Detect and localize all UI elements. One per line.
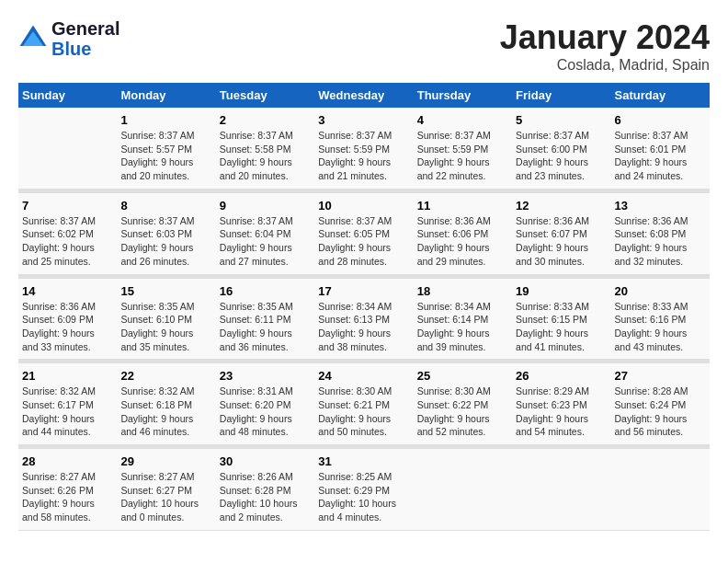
day-number: 30 [220,454,311,468]
calendar-cell: 19Sunrise: 8:33 AMSunset: 6:15 PMDayligh… [512,278,610,360]
day-number: 21 [22,369,113,383]
day-info: Sunrise: 8:37 AMSunset: 6:04 PMDaylight:… [220,214,311,269]
calendar-cell: 27Sunrise: 8:28 AMSunset: 6:24 PMDayligh… [611,363,710,445]
calendar-cell: 24Sunrise: 8:30 AMSunset: 6:21 PMDayligh… [314,363,413,445]
calendar-cell: 18Sunrise: 8:34 AMSunset: 6:14 PMDayligh… [414,278,512,360]
logo-text-blue: Blue [51,39,119,59]
day-number: 26 [516,369,607,383]
day-info: Sunrise: 8:36 AMSunset: 6:06 PMDaylight:… [417,214,508,269]
calendar-cell: 10Sunrise: 8:37 AMSunset: 6:05 PMDayligh… [314,192,413,274]
day-number: 11 [417,199,508,213]
calendar-cell: 8Sunrise: 8:37 AMSunset: 6:03 PMDaylight… [117,192,215,274]
day-info: Sunrise: 8:37 AMSunset: 6:02 PMDaylight:… [22,214,113,269]
week-row-4: 21Sunrise: 8:32 AMSunset: 6:17 PMDayligh… [18,363,710,445]
logo-icon [18,24,48,53]
calendar-cell: 11Sunrise: 8:36 AMSunset: 6:06 PMDayligh… [414,192,512,274]
day-number: 1 [120,113,211,127]
week-row-5: 28Sunrise: 8:27 AMSunset: 6:26 PMDayligh… [18,449,710,531]
logo-text-general: General [51,18,119,39]
weekday-header-friday: Friday [512,83,610,108]
calendar-cell: 20Sunrise: 8:33 AMSunset: 6:16 PMDayligh… [611,278,710,360]
day-info: Sunrise: 8:37 AMSunset: 5:59 PMDaylight:… [417,129,508,183]
calendar-cell: 6Sunrise: 8:37 AMSunset: 6:01 PMDaylight… [611,108,710,189]
calendar-cell: 23Sunrise: 8:31 AMSunset: 6:20 PMDayligh… [216,363,314,445]
calendar-cell [611,449,710,531]
calendar-cell: 17Sunrise: 8:34 AMSunset: 6:13 PMDayligh… [314,278,413,360]
day-info: Sunrise: 8:30 AMSunset: 6:21 PMDaylight:… [318,385,409,439]
calendar-cell: 1Sunrise: 8:37 AMSunset: 5:57 PMDaylight… [117,108,215,189]
day-info: Sunrise: 8:37 AMSunset: 6:01 PMDaylight:… [615,129,706,183]
location-title: Coslada, Madrid, Spain [500,57,710,74]
day-info: Sunrise: 8:25 AMSunset: 6:29 PMDaylight:… [318,470,409,524]
day-info: Sunrise: 8:31 AMSunset: 6:20 PMDaylight:… [220,385,311,439]
day-info: Sunrise: 8:32 AMSunset: 6:17 PMDaylight:… [22,385,113,439]
calendar-cell: 2Sunrise: 8:37 AMSunset: 5:58 PMDaylight… [216,108,314,189]
day-number: 14 [22,284,113,298]
day-number: 12 [516,199,607,213]
day-number: 17 [318,284,409,298]
day-info: Sunrise: 8:37 AMSunset: 6:05 PMDaylight:… [318,214,409,269]
day-number: 31 [318,454,409,468]
weekday-header-row: SundayMondayTuesdayWednesdayThursdayFrid… [18,83,710,108]
calendar-cell: 28Sunrise: 8:27 AMSunset: 6:26 PMDayligh… [18,449,117,531]
day-number: 29 [120,454,211,468]
day-number: 10 [318,199,409,213]
calendar-cell: 12Sunrise: 8:36 AMSunset: 6:07 PMDayligh… [512,192,610,274]
day-number: 22 [120,369,211,383]
day-info: Sunrise: 8:27 AMSunset: 6:26 PMDaylight:… [22,470,113,524]
day-info: Sunrise: 8:35 AMSunset: 6:11 PMDaylight:… [220,300,311,354]
calendar-cell: 14Sunrise: 8:36 AMSunset: 6:09 PMDayligh… [18,278,117,360]
day-info: Sunrise: 8:37 AMSunset: 6:03 PMDaylight:… [120,214,211,269]
calendar-table: SundayMondayTuesdayWednesdayThursdayFrid… [18,83,710,531]
week-row-2: 7Sunrise: 8:37 AMSunset: 6:02 PMDaylight… [18,192,710,274]
day-info: Sunrise: 8:33 AMSunset: 6:15 PMDaylight:… [516,300,607,354]
calendar-cell: 31Sunrise: 8:25 AMSunset: 6:29 PMDayligh… [314,449,413,531]
day-info: Sunrise: 8:36 AMSunset: 6:08 PMDaylight:… [615,214,706,269]
calendar-cell: 30Sunrise: 8:26 AMSunset: 6:28 PMDayligh… [216,449,314,531]
calendar-cell: 26Sunrise: 8:29 AMSunset: 6:23 PMDayligh… [512,363,610,445]
day-number: 25 [417,369,508,383]
day-number: 8 [120,199,211,213]
day-info: Sunrise: 8:33 AMSunset: 6:16 PMDaylight:… [615,300,706,354]
day-number: 13 [615,199,706,213]
calendar-cell: 13Sunrise: 8:36 AMSunset: 6:08 PMDayligh… [611,192,710,274]
calendar-cell [512,449,610,531]
day-number: 24 [318,369,409,383]
weekday-header-monday: Monday [117,83,215,108]
logo: General Blue [18,18,119,59]
title-block: January 2024 Coslada, Madrid, Spain [500,18,710,74]
calendar-cell: 22Sunrise: 8:32 AMSunset: 6:18 PMDayligh… [117,363,215,445]
day-info: Sunrise: 8:37 AMSunset: 5:58 PMDaylight:… [220,129,311,183]
day-number: 6 [615,113,706,127]
weekday-header-sunday: Sunday [18,83,117,108]
day-number: 7 [22,199,113,213]
day-number: 27 [615,369,706,383]
calendar-cell: 21Sunrise: 8:32 AMSunset: 6:17 PMDayligh… [18,363,117,445]
weekday-header-thursday: Thursday [414,83,512,108]
calendar-cell: 3Sunrise: 8:37 AMSunset: 5:59 PMDaylight… [314,108,413,189]
day-info: Sunrise: 8:34 AMSunset: 6:14 PMDaylight:… [417,300,508,354]
day-number: 15 [120,284,211,298]
day-number: 28 [22,454,113,468]
day-number: 23 [220,369,311,383]
calendar-cell [414,449,512,531]
calendar-cell: 9Sunrise: 8:37 AMSunset: 6:04 PMDaylight… [216,192,314,274]
day-number: 16 [220,284,311,298]
weekday-header-wednesday: Wednesday [314,83,413,108]
calendar-cell: 25Sunrise: 8:30 AMSunset: 6:22 PMDayligh… [414,363,512,445]
day-number: 2 [220,113,311,127]
calendar-cell: 4Sunrise: 8:37 AMSunset: 5:59 PMDaylight… [414,108,512,189]
day-number: 19 [516,284,607,298]
page-header: General Blue January 2024 Coslada, Madri… [18,18,710,74]
day-info: Sunrise: 8:37 AMSunset: 5:59 PMDaylight:… [318,129,409,183]
day-number: 9 [220,199,311,213]
day-info: Sunrise: 8:26 AMSunset: 6:28 PMDaylight:… [220,470,311,524]
calendar-cell: 16Sunrise: 8:35 AMSunset: 6:11 PMDayligh… [216,278,314,360]
calendar-cell [18,108,117,189]
day-info: Sunrise: 8:37 AMSunset: 5:57 PMDaylight:… [120,129,211,183]
day-info: Sunrise: 8:32 AMSunset: 6:18 PMDaylight:… [120,385,211,439]
weekday-header-saturday: Saturday [611,83,710,108]
day-info: Sunrise: 8:27 AMSunset: 6:27 PMDaylight:… [120,470,211,524]
day-number: 20 [615,284,706,298]
day-info: Sunrise: 8:37 AMSunset: 6:00 PMDaylight:… [516,129,607,183]
